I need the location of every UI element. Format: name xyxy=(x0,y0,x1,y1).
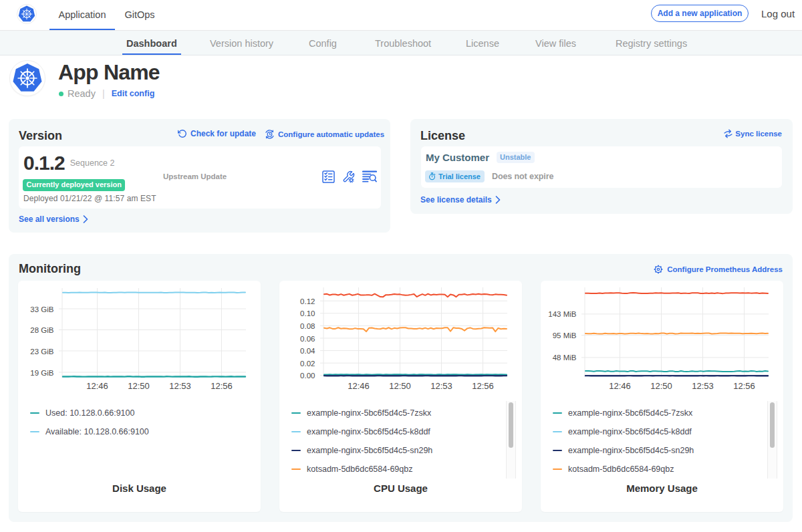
svg-text:143 MiB: 143 MiB xyxy=(548,310,577,318)
svg-text:0.10: 0.10 xyxy=(300,309,315,317)
svg-text:12:53: 12:53 xyxy=(169,381,191,391)
svg-text:12:56: 12:56 xyxy=(733,381,755,391)
svg-text:12:46: 12:46 xyxy=(609,381,631,391)
svg-text:0.06: 0.06 xyxy=(300,335,315,343)
svg-text:0.04: 0.04 xyxy=(300,347,315,355)
svg-text:0.12: 0.12 xyxy=(300,297,315,305)
svg-text:12:50: 12:50 xyxy=(650,381,672,391)
svg-text:12:46: 12:46 xyxy=(348,381,370,391)
svg-text:12:56: 12:56 xyxy=(472,381,494,391)
svg-text:23 GiB: 23 GiB xyxy=(30,348,53,356)
svg-text:12:53: 12:53 xyxy=(692,381,714,391)
svg-text:12:46: 12:46 xyxy=(86,381,108,391)
svg-text:95 MiB: 95 MiB xyxy=(553,331,577,340)
svg-text:19 GiB: 19 GiB xyxy=(30,369,53,377)
svg-text:12:50: 12:50 xyxy=(389,381,411,391)
svg-text:12:50: 12:50 xyxy=(128,381,150,391)
svg-text:48 MiB: 48 MiB xyxy=(553,354,577,362)
svg-text:28 GiB: 28 GiB xyxy=(30,326,53,334)
svg-text:33 GiB: 33 GiB xyxy=(30,305,53,313)
svg-text:12:53: 12:53 xyxy=(430,381,452,391)
svg-text:0.02: 0.02 xyxy=(300,360,315,368)
svg-text:0.00: 0.00 xyxy=(300,372,315,380)
svg-text:12:56: 12:56 xyxy=(211,381,233,391)
svg-text:0.08: 0.08 xyxy=(300,322,315,330)
